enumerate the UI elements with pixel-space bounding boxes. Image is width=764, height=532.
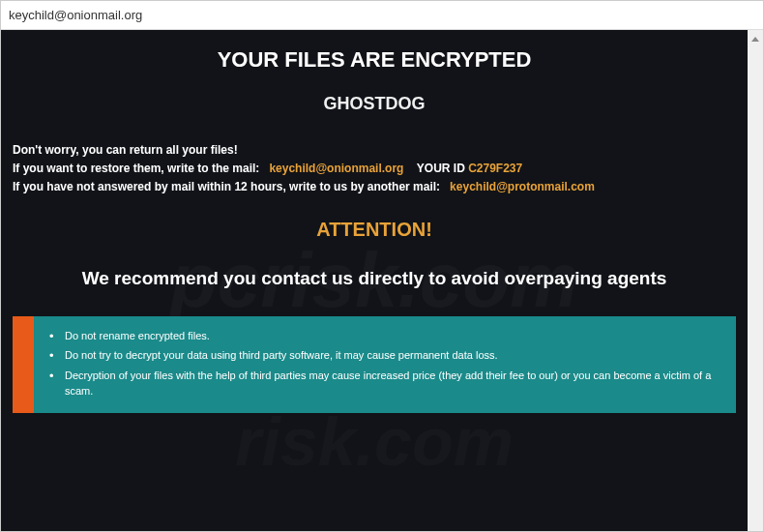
warning-box: Do not rename encrypted files. Do not tr… — [13, 316, 736, 413]
warning-accent-bar — [13, 316, 34, 413]
contact-email-1: keychild@onionmail.org — [269, 162, 403, 175]
window-titlebar: keychild@onionmail.org — [1, 1, 763, 30]
scroll-up-arrow-icon[interactable] — [749, 32, 762, 45]
list-item: Decryption of your files with the help o… — [47, 366, 722, 401]
info-line-1: Don't worry, you can return all your fil… — [13, 141, 736, 160]
watermark: risk.com — [235, 403, 514, 481]
ransom-window: keychild@onionmail.org pcrisk.com risk.c… — [0, 0, 764, 532]
contact-email-2: keychild@protonmail.com — [450, 180, 595, 193]
info-line-3: If you have not answered by mail within … — [13, 178, 736, 196]
warning-body: Do not rename encrypted files. Do not tr… — [34, 316, 736, 413]
info-line-2-text: If you want to restore them, write to th… — [13, 162, 259, 175]
headline: YOUR FILES ARE ENCRYPTED — [13, 47, 736, 73]
your-id-label: YOUR ID — [417, 162, 465, 175]
info-line-3-text: If you have not answered by mail within … — [13, 180, 440, 193]
window-title: keychild@onionmail.org — [9, 8, 142, 22]
recommend-text: We recommend you contact us directly to … — [13, 268, 736, 289]
info-line-2: If you want to restore them, write to th… — [13, 160, 736, 178]
inner-content: YOUR FILES ARE ENCRYPTED GHOSTDOG Don't … — [13, 47, 736, 413]
list-item: Do not rename encrypted files. — [47, 326, 722, 346]
attention-heading: ATTENTION! — [13, 219, 736, 241]
ransom-content: pcrisk.com risk.com YOUR FILES ARE ENCRY… — [1, 30, 748, 531]
list-item: Do not try to decrypt your data using th… — [47, 345, 722, 366]
warning-list: Do not rename encrypted files. Do not tr… — [47, 326, 722, 401]
content-wrapper: pcrisk.com risk.com YOUR FILES ARE ENCRY… — [1, 30, 763, 531]
group-name: GHOSTDOG — [13, 94, 736, 114]
info-block: Don't worry, you can return all your fil… — [13, 141, 736, 197]
vertical-scrollbar[interactable] — [748, 30, 763, 531]
your-id-value: C279F237 — [468, 162, 522, 175]
